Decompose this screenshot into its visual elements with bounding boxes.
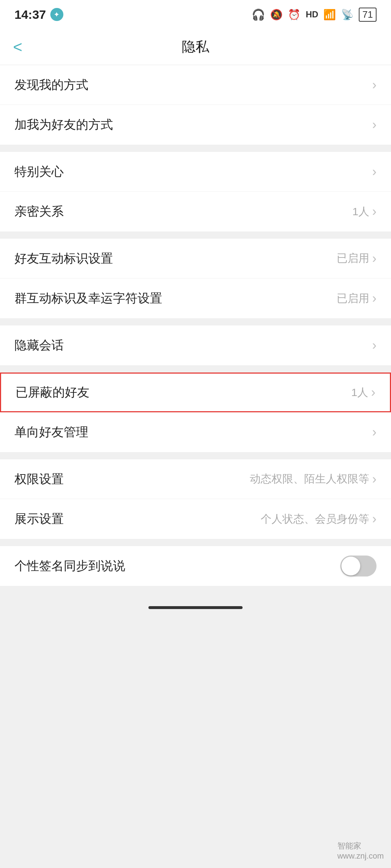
menu-group-7: 个性签名同步到说说 <box>0 546 391 586</box>
home-indicator <box>148 606 243 609</box>
menu-group-3: 好友互动标识设置 已启用 › 群互动标识及幸运字符设置 已启用 › <box>0 239 391 318</box>
menu-item-permission-settings[interactable]: 权限设置 动态权限、陌生人权限等 › <box>0 459 391 499</box>
menu-item-group-interaction[interactable]: 群互动标识及幸运字符设置 已启用 › <box>0 278 391 318</box>
menu-item-right: › <box>372 118 377 131</box>
menu-item-discover[interactable]: 发现我的方式 › <box>0 65 391 105</box>
alarm-icon: ⏰ <box>288 9 300 21</box>
status-text: 动态权限、陌生人权限等 <box>250 472 369 486</box>
menu-item-label: 亲密关系 <box>14 203 64 220</box>
menu-item-label: 个性签名同步到说说 <box>14 558 125 574</box>
chevron-icon: › <box>372 339 377 352</box>
menu-item-right <box>340 556 377 576</box>
wifi-icon: 📡 <box>341 9 354 21</box>
menu-item-right: › <box>372 426 377 439</box>
chevron-icon: › <box>372 165 377 178</box>
toggle-switch[interactable] <box>340 556 377 576</box>
toggle-knob <box>341 557 360 575</box>
chevron-icon: › <box>372 426 377 439</box>
status-time: 14:37 <box>14 8 46 22</box>
menu-group-2: 特别关心 › 亲密关系 1人 › <box>0 152 391 231</box>
menu-item-add-friend[interactable]: 加我为好友的方式 › <box>0 105 391 145</box>
menu-item-label: 群互动标识及幸运字符设置 <box>14 290 162 307</box>
menu-item-label: 展示设置 <box>14 511 64 527</box>
menu-item-intimate[interactable]: 亲密关系 1人 › <box>0 192 391 231</box>
status-text: 已启用 <box>337 251 369 266</box>
page-title: 隐私 <box>182 38 209 56</box>
hd-icon: HD <box>306 9 318 20</box>
chevron-icon: › <box>372 512 377 526</box>
chevron-icon: › <box>372 292 377 305</box>
chevron-icon: › <box>372 252 377 265</box>
menu-item-right: 1人 › <box>352 204 377 219</box>
count-badge: 1人 <box>352 204 369 219</box>
menu-item-right: › <box>372 165 377 178</box>
menu-item-label: 单向好友管理 <box>14 424 88 441</box>
chevron-icon: › <box>372 78 377 92</box>
menu-group-5: 已屏蔽的好友 1人 › 单向好友管理 › <box>0 373 391 452</box>
chevron-icon: › <box>372 473 377 486</box>
menu-item-right: › <box>372 78 377 92</box>
menu-item-label: 好友互动标识设置 <box>14 250 113 267</box>
status-icons: 🎧 🔕 ⏰ HD 📶 📡 71 <box>252 8 377 22</box>
menu-item-right: 动态权限、陌生人权限等 › <box>250 472 377 486</box>
menu-item-right: 1人 › <box>351 385 375 400</box>
menu-item-friend-interaction[interactable]: 好友互动标识设置 已启用 › <box>0 239 391 278</box>
menu-item-label: 发现我的方式 <box>14 77 88 93</box>
menu-item-signature-sync[interactable]: 个性签名同步到说说 <box>0 546 391 586</box>
menu-item-label: 权限设置 <box>14 471 64 488</box>
menu-item-right: 个人状态、会员身份等 › <box>261 512 377 527</box>
menu-item-right: 已启用 › <box>337 291 377 306</box>
battery-text: 71 <box>359 8 377 22</box>
content-area: 发现我的方式 › 加我为好友的方式 › 特别关心 › 亲密关系 1人 › <box>0 65 391 586</box>
chevron-icon: › <box>372 118 377 131</box>
menu-item-label: 加我为好友的方式 <box>14 116 113 133</box>
watermark-line1: 智能家 <box>337 841 384 851</box>
menu-item-right: › <box>372 339 377 352</box>
menu-group-1: 发现我的方式 › 加我为好友的方式 › <box>0 65 391 145</box>
menu-group-4: 隐藏会话 › <box>0 326 391 365</box>
chevron-icon: › <box>371 386 375 399</box>
chevron-icon: › <box>372 205 377 218</box>
signal-icon: 📶 <box>323 9 336 21</box>
bottom-bar <box>0 593 391 622</box>
count-badge: 1人 <box>351 385 368 400</box>
menu-item-label: 特别关心 <box>14 163 64 180</box>
menu-item-label: 隐藏会话 <box>14 337 64 354</box>
watermark: 智能家 www.znj.com <box>337 841 384 861</box>
watermark-line2: www.znj.com <box>337 851 384 861</box>
menu-item-right: 已启用 › <box>337 251 377 266</box>
mute-icon: 🔕 <box>270 9 283 21</box>
menu-item-special-care[interactable]: 特别关心 › <box>0 152 391 192</box>
menu-item-one-way-friends[interactable]: 单向好友管理 › <box>0 412 391 452</box>
headphone-icon: 🎧 <box>252 8 265 21</box>
menu-item-display-settings[interactable]: 展示设置 个人状态、会员身份等 › <box>0 499 391 539</box>
back-button[interactable]: < <box>13 39 22 55</box>
menu-group-6: 权限设置 动态权限、陌生人权限等 › 展示设置 个人状态、会员身份等 › <box>0 459 391 539</box>
status-text: 已启用 <box>337 291 369 306</box>
menu-item-blocked-friends[interactable]: 已屏蔽的好友 1人 › <box>0 373 391 412</box>
status-bar: 14:37 ✦ 🎧 🔕 ⏰ HD 📶 📡 71 <box>0 0 391 29</box>
menu-item-label: 已屏蔽的好友 <box>16 384 89 401</box>
notification-icon: ✦ <box>50 8 63 21</box>
status-text: 个人状态、会员身份等 <box>261 512 369 527</box>
menu-item-hide-chat[interactable]: 隐藏会话 › <box>0 326 391 365</box>
nav-bar: < 隐私 <box>0 29 391 65</box>
